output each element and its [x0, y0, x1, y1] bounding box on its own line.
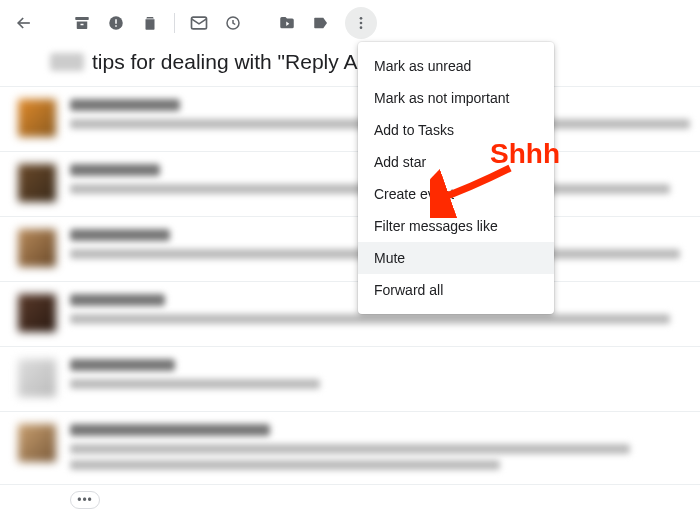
subject-text: tips for dealing with "Reply All — [92, 50, 367, 74]
thread-subject: tips for dealing with "Reply All — [0, 46, 700, 86]
svg-rect-3 — [115, 19, 117, 24]
message-body — [70, 359, 682, 397]
subject-prefix-blur — [50, 53, 84, 71]
sender-blur — [70, 99, 180, 111]
label-icon[interactable] — [311, 13, 331, 33]
svg-point-7 — [360, 17, 363, 20]
sender-blur — [70, 294, 165, 306]
snippet-blur — [70, 444, 630, 454]
message-row[interactable] — [0, 347, 700, 412]
snippet-blur — [70, 379, 320, 389]
svg-rect-4 — [115, 25, 117, 27]
delete-icon[interactable] — [140, 13, 160, 33]
snippet-blur — [70, 314, 670, 324]
avatar — [18, 229, 56, 267]
toolbar — [0, 0, 700, 46]
message-row[interactable] — [0, 412, 700, 485]
message-row[interactable] — [0, 217, 700, 282]
mark-unread-icon[interactable] — [189, 13, 209, 33]
avatar — [18, 294, 56, 332]
menu-item-add-to-tasks[interactable]: Add to Tasks — [358, 114, 554, 146]
avatar — [18, 424, 56, 462]
message-row[interactable] — [0, 282, 700, 347]
message-list — [0, 86, 700, 485]
message-body — [70, 424, 682, 470]
avatar — [18, 99, 56, 137]
menu-item-mark-as-unread[interactable]: Mark as unread — [358, 50, 554, 82]
archive-icon[interactable] — [72, 13, 92, 33]
menu-item-add-star[interactable]: Add star — [358, 146, 554, 178]
avatar — [18, 359, 56, 397]
menu-item-forward-all[interactable]: Forward all — [358, 274, 554, 306]
snippet-blur — [70, 460, 500, 470]
avatar — [18, 164, 56, 202]
more-button[interactable] — [345, 7, 377, 39]
snooze-icon[interactable] — [223, 13, 243, 33]
message-row[interactable] — [0, 87, 700, 152]
back-icon[interactable] — [14, 13, 34, 33]
menu-item-mute[interactable]: Mute — [358, 242, 554, 274]
sender-blur — [70, 229, 170, 241]
expand-thread-button[interactable]: ••• — [70, 491, 100, 509]
menu-item-filter-messages-like[interactable]: Filter messages like — [358, 210, 554, 242]
move-to-icon[interactable] — [277, 13, 297, 33]
message-row[interactable] — [0, 152, 700, 217]
svg-point-8 — [360, 22, 363, 25]
toolbar-separator — [174, 13, 175, 33]
spam-icon[interactable] — [106, 13, 126, 33]
more-menu: Mark as unreadMark as not importantAdd t… — [358, 42, 554, 314]
svg-rect-0 — [75, 17, 89, 20]
menu-item-mark-as-not-important[interactable]: Mark as not important — [358, 82, 554, 114]
sender-blur — [70, 359, 175, 371]
svg-point-9 — [360, 26, 363, 29]
svg-rect-1 — [81, 24, 84, 26]
sender-blur — [70, 424, 270, 436]
menu-item-create-event[interactable]: Create event — [358, 178, 554, 210]
sender-blur — [70, 164, 160, 176]
